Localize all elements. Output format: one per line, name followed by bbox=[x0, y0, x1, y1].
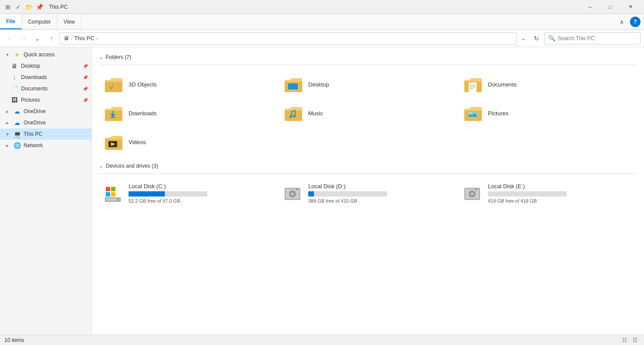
pictures-folder-icon bbox=[463, 103, 484, 124]
search-icon: 🔍 bbox=[548, 35, 555, 41]
drive-c-bar bbox=[129, 191, 165, 197]
main: ▼ ★ Quick access 🖥 Desktop 📌 ↓ Downloads… bbox=[0, 47, 644, 335]
sidebar-item-thispc[interactable]: ▼ 💻 This PC bbox=[0, 128, 91, 140]
recent-locations-button[interactable]: ⌄ bbox=[31, 32, 44, 45]
svg-point-27 bbox=[117, 199, 119, 200]
desktop-label: Desktop bbox=[21, 63, 80, 69]
desktop-folder-label: Desktop bbox=[308, 81, 329, 88]
sidebar-item-pictures[interactable]: 🖼 Pictures 📌 bbox=[0, 94, 91, 106]
search-input[interactable] bbox=[558, 35, 637, 41]
folders-section-header: ⌄ Folders (7) bbox=[99, 54, 637, 60]
sidebar-item-quick-access[interactable]: ▼ ★ Quick access bbox=[0, 49, 91, 60]
folder-icon[interactable]: 📁 bbox=[24, 3, 33, 11]
drive-d-icon bbox=[283, 183, 304, 204]
network-label: Network bbox=[24, 142, 88, 148]
drive-d-info: Local Disk (D:) 388 GB free of 415 GB bbox=[308, 183, 387, 204]
onedrive1-icon: ☁ bbox=[13, 108, 21, 115]
tiles-view-button[interactable]: ☶ bbox=[630, 335, 640, 345]
onedrive2-icon: ☁ bbox=[13, 119, 21, 126]
minimize-button[interactable]: ─ bbox=[580, 0, 600, 14]
sidebar-item-onedrive2[interactable]: ► ☁ OneDrive bbox=[0, 117, 91, 128]
address-bar: ← → ⌄ ↑ 🖥 › This PC › ⌄ ↻ 🔍 bbox=[0, 30, 644, 47]
title-bar-left: ⊞ ✓ 📁 📌 This PC bbox=[3, 3, 68, 11]
pictures-label: Pictures bbox=[21, 97, 80, 103]
folder-item-documents[interactable]: Documents bbox=[458, 70, 637, 98]
grid-icon[interactable]: ⊞ bbox=[3, 3, 12, 11]
status-bar: 10 items ☷ ☶ bbox=[0, 335, 644, 345]
drives-chevron[interactable]: ⌄ bbox=[99, 163, 103, 169]
folder-item-3dobjects[interactable]: √ 3D Objects bbox=[99, 70, 278, 98]
svg-rect-23 bbox=[106, 192, 110, 197]
drive-e-free: 418 GB free of 418 GB bbox=[488, 198, 567, 204]
folder-item-desktop[interactable]: Desktop bbox=[278, 70, 457, 98]
svg-rect-3 bbox=[288, 83, 298, 90]
3dobjects-icon: √ bbox=[103, 74, 124, 95]
tab-view[interactable]: View bbox=[57, 14, 81, 29]
ribbon-collapse-arrow[interactable]: ∧ bbox=[617, 17, 627, 26]
onedrive2-label: OneDrive bbox=[24, 120, 88, 126]
sidebar-item-desktop[interactable]: 🖥 Desktop 📌 bbox=[0, 60, 91, 72]
svg-rect-21 bbox=[106, 187, 110, 191]
address-dropdown-button[interactable]: ⌄ bbox=[519, 35, 529, 41]
quick-access-chevron: ▼ bbox=[5, 52, 10, 57]
videos-folder-label: Videos bbox=[129, 139, 146, 145]
folder-item-pictures[interactable]: Pictures bbox=[458, 99, 637, 127]
folder-item-downloads[interactable]: Downloads bbox=[99, 99, 278, 127]
drive-item-d[interactable]: Local Disk (D:) 388 GB free of 415 GB bbox=[278, 179, 457, 207]
folder-item-music[interactable]: Music bbox=[278, 99, 457, 127]
folders-chevron[interactable]: ⌄ bbox=[99, 54, 103, 60]
drives-divider bbox=[99, 173, 637, 174]
ribbon-right: ∧ ? bbox=[617, 14, 644, 29]
svg-point-31 bbox=[291, 193, 294, 195]
sidebar-item-network[interactable]: ► 🌐 Network bbox=[0, 140, 91, 151]
videos-folder-icon bbox=[103, 131, 124, 152]
close-button[interactable]: ✕ bbox=[620, 0, 641, 14]
desktop-folder-icon bbox=[283, 74, 304, 95]
tab-computer[interactable]: Computer bbox=[22, 14, 58, 29]
drive-c-icon bbox=[103, 183, 124, 204]
drive-e-icon bbox=[463, 183, 484, 204]
refresh-button[interactable]: ↻ bbox=[530, 32, 543, 45]
downloads-folder-icon bbox=[103, 103, 124, 124]
drive-item-e[interactable]: Local Disk (E:) 418 GB free of 418 GB bbox=[458, 179, 637, 207]
drive-c-free: 52.2 GB free of 97.0 GB bbox=[129, 198, 207, 204]
address-path[interactable]: 🖥 › This PC › bbox=[59, 32, 517, 45]
title-bar-app-icons: ⊞ ✓ 📁 📌 bbox=[3, 3, 44, 11]
svg-point-17 bbox=[470, 112, 472, 114]
folder-item-videos[interactable]: Videos bbox=[99, 128, 278, 156]
drive-e-info: Local Disk (E:) 418 GB free of 418 GB bbox=[488, 183, 567, 204]
drives-section-title: Devices and drives (3) bbox=[106, 163, 158, 169]
svg-point-13 bbox=[289, 115, 292, 118]
help-button[interactable]: ? bbox=[630, 17, 641, 27]
quick-access-label: Quick access bbox=[24, 52, 88, 58]
desktop-pin: 📌 bbox=[83, 64, 88, 69]
checkmark-icon[interactable]: ✓ bbox=[14, 3, 23, 11]
drive-item-c[interactable]: Local Disk (C:) 52.2 GB free of 97.0 GB bbox=[99, 179, 278, 207]
sidebar-item-downloads[interactable]: ↓ Downloads 📌 bbox=[0, 72, 91, 83]
sidebar-item-onedrive1[interactable]: ► ☁ OneDrive bbox=[0, 106, 91, 117]
view-toggle: ☷ ☶ bbox=[620, 335, 640, 345]
svg-point-32 bbox=[296, 189, 298, 190]
pictures-folder-label: Pictures bbox=[488, 110, 508, 117]
up-button[interactable]: ↑ bbox=[45, 32, 58, 45]
quick-access-icon: ★ bbox=[13, 51, 21, 58]
music-folder-icon bbox=[283, 103, 304, 124]
maximize-button[interactable]: □ bbox=[600, 0, 620, 14]
drive-e-name: Local Disk (E:) bbox=[488, 183, 567, 190]
drive-d-bar bbox=[308, 191, 314, 197]
folders-section-title: Folders (7) bbox=[106, 54, 131, 60]
sidebar-item-documents[interactable]: 📄 Documents 📌 bbox=[0, 83, 91, 94]
drives-section-header: ⌄ Devices and drives (3) bbox=[99, 163, 637, 169]
details-view-button[interactable]: ☷ bbox=[620, 335, 629, 345]
svg-rect-6 bbox=[469, 83, 477, 92]
pictures-pin: 📌 bbox=[83, 98, 88, 103]
forward-button[interactable]: → bbox=[17, 32, 30, 45]
svg-rect-0 bbox=[105, 80, 122, 92]
back-button[interactable]: ← bbox=[3, 32, 16, 45]
tab-file[interactable]: File bbox=[0, 14, 22, 29]
pin-icon[interactable]: 📌 bbox=[35, 3, 44, 11]
path-end-chevron: › bbox=[96, 36, 98, 41]
search-box[interactable]: 🔍 bbox=[544, 32, 641, 45]
window-title: This PC bbox=[49, 4, 68, 10]
drive-e-bar-container bbox=[488, 191, 567, 197]
